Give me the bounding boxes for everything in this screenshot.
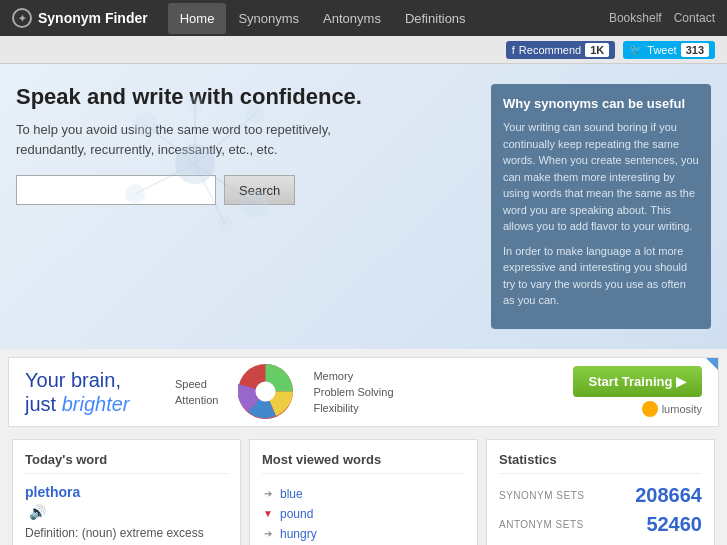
stat-label: Antonym Sets	[499, 519, 584, 530]
ad-corner-flag	[706, 358, 718, 370]
stat-row: Antonym Sets52460	[499, 513, 702, 536]
ad-banner: Your brain, just brighter Speed Attentio…	[8, 357, 719, 427]
lumosity-text: lumosity	[662, 403, 702, 415]
nav-definitions[interactable]: Definitions	[393, 3, 478, 34]
word-list-item[interactable]: ▼pound	[262, 504, 465, 524]
pie-chart	[238, 364, 293, 419]
facebook-count: 1K	[585, 43, 609, 57]
hero-info-box: Why synonyms can be useful Your writing …	[491, 84, 711, 329]
word-link[interactable]: blue	[280, 487, 303, 501]
trend-arrow: ➔	[262, 488, 274, 500]
hero-info-para1: Your writing can sound boring if you con…	[503, 119, 699, 235]
ad-labels-right: Memory Problem Solving Flexibility	[313, 370, 393, 414]
most-viewed-panel-title: Most viewed words	[262, 452, 465, 474]
ad-label-speed: Speed	[175, 378, 218, 390]
logo-icon: ✦	[12, 8, 32, 28]
twitter-count: 313	[681, 43, 709, 57]
stat-value: 52460	[646, 513, 702, 536]
logo-text[interactable]: Synonym Finder	[38, 10, 148, 26]
audio-icon[interactable]: 🔊	[29, 504, 46, 520]
hero-left: Speak and write with confidence. To help…	[16, 84, 475, 329]
svg-line-10	[195, 164, 255, 204]
most-viewed-panel: Most viewed words ➔blue▼pound➔hungry➔ser…	[249, 439, 478, 546]
recommend-label: Recommend	[519, 44, 581, 56]
ad-label-flexibility: Flexibility	[313, 402, 393, 414]
ad-cta: Start Training ▶ lumosity	[573, 366, 702, 417]
word-link[interactable]: pound	[280, 507, 313, 521]
bookshelf-link[interactable]: Bookshelf	[609, 11, 662, 25]
trend-arrow: ▼	[262, 508, 274, 520]
ad-text: Your brain, just brighter	[25, 368, 155, 416]
word-list-item[interactable]: ➔hungry	[262, 524, 465, 544]
todays-word-title[interactable]: plethora	[25, 484, 228, 500]
ad-brighter: brighter	[62, 393, 130, 415]
stat-label: Synonym Sets	[499, 490, 584, 501]
stat-row: Synonym Sets208664	[499, 484, 702, 507]
word-list: ➔blue▼pound➔hungry➔serious➔situation▲ter…	[262, 484, 465, 546]
header-right: Bookshelf Contact	[609, 11, 715, 25]
lumosity-brand: lumosity	[642, 401, 702, 417]
header: ✦ Synonym Finder Home Synonyms Antonyms …	[0, 0, 727, 36]
twitter-tweet-btn[interactable]: 🐦 Tweet 313	[623, 41, 715, 59]
twitter-icon: 🐦	[629, 43, 643, 56]
ad-line1: Your brain,	[25, 368, 155, 392]
logo-area: ✦ Synonym Finder	[12, 8, 148, 28]
statistics-panel-title: Statistics	[499, 452, 702, 474]
facebook-icon: f	[512, 44, 515, 56]
start-training-button[interactable]: Start Training ▶	[573, 366, 702, 397]
nav-synonyms[interactable]: Synonyms	[226, 3, 311, 34]
hero-info-para2: In order to make language a lot more exp…	[503, 243, 699, 309]
ad-line2: just brighter	[25, 392, 155, 416]
main-nav: Home Synonyms Antonyms Definitions	[168, 3, 609, 34]
network-graphic	[115, 84, 275, 244]
stat-value: 206978	[635, 542, 702, 546]
svg-line-7	[145, 124, 195, 164]
lumosity-icon	[642, 401, 658, 417]
nav-antonyms[interactable]: Antonyms	[311, 3, 393, 34]
svg-line-8	[195, 114, 255, 164]
svg-point-14	[256, 382, 276, 402]
ad-label-problem-solving: Problem Solving	[313, 386, 393, 398]
tweet-label: Tweet	[647, 44, 676, 56]
word-definition: Definition: (noun) extreme excess	[25, 526, 228, 540]
word-link[interactable]: hungry	[280, 527, 317, 541]
main-content: Today's word plethora 🔊 Definition: (nou…	[8, 435, 719, 546]
todays-word-panel-title: Today's word	[25, 452, 228, 474]
trend-arrow: ➔	[262, 528, 274, 540]
word-list-item[interactable]: ➔blue	[262, 484, 465, 504]
facebook-recommend-btn[interactable]: f Recommend 1K	[506, 41, 615, 59]
stats-list: Synonym Sets208664Antonym Sets52460Defin…	[499, 484, 702, 546]
stat-value: 208664	[635, 484, 702, 507]
ad-label-memory: Memory	[313, 370, 393, 382]
hero-info-title: Why synonyms can be useful	[503, 96, 699, 111]
ad-labels-left: Speed Attention	[175, 378, 218, 406]
nav-home[interactable]: Home	[168, 3, 227, 34]
stat-row: Definition Sets206978	[499, 542, 702, 546]
statistics-panel: Statistics Synonym Sets208664Antonym Set…	[486, 439, 715, 546]
contact-link[interactable]: Contact	[674, 11, 715, 25]
social-bar: f Recommend 1K 🐦 Tweet 313	[0, 36, 727, 64]
ad-label-attention: Attention	[175, 394, 218, 406]
todays-word-panel: Today's word plethora 🔊 Definition: (nou…	[12, 439, 241, 546]
hero-section: Speak and write with confidence. To help…	[0, 64, 727, 349]
